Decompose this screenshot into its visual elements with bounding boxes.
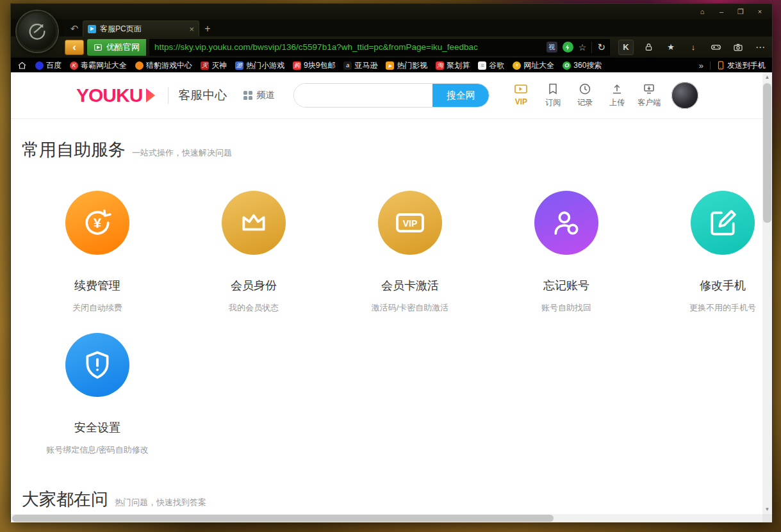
bookmark-label: 聚划算 — [447, 60, 470, 71]
speed-mode-icon[interactable] — [563, 42, 573, 52]
address-bar: ‹ 优酷官网 https://sky.vip.youku.com/bwsvip/… — [11, 36, 772, 58]
bookmark-item[interactable]: 游热门小游戏 — [235, 60, 284, 71]
service-card-change-phone[interactable]: 修改手机 更换不用的手机号 — [645, 191, 762, 314]
horizontal-scrollbar-thumb[interactable] — [12, 515, 554, 522]
bookmark-item[interactable]: 灭灭神 — [201, 60, 227, 71]
games-favicon: 游 — [235, 61, 243, 70]
tab-close-icon[interactable]: × — [189, 24, 194, 34]
bookmark-item[interactable]: K毒霸网址大全 — [70, 60, 127, 71]
lock-icon[interactable] — [641, 40, 656, 55]
juhuasuan-favicon: 淘 — [436, 61, 444, 70]
scroll-down-icon[interactable]: ▼ — [762, 504, 772, 514]
page-viewport: YOUKU 客服中心 频道 搜全网 — [11, 72, 772, 522]
download-icon[interactable]: ↓ — [686, 40, 701, 55]
bookmark-label: 热门小游戏 — [246, 60, 284, 71]
service-title: 安全设置 — [19, 420, 176, 435]
url-field[interactable]: https://sky.vip.youku.com/bwsvip/136/c55… — [149, 39, 610, 56]
search-input[interactable] — [294, 84, 432, 107]
renewal-yen-icon: ¥ — [65, 191, 129, 255]
bookmark-label: 百度 — [46, 60, 62, 71]
service-cards-row-1: ¥ 续费管理 关闭自动续费 会员身份 我的会员状态 — [19, 191, 762, 314]
bookmark-item[interactable]: 百度 — [35, 60, 62, 71]
service-card-security[interactable]: 安全设置 账号绑定信息/密码自助修改 — [19, 333, 176, 456]
youku-logo[interactable]: YOUKU — [76, 85, 158, 106]
channel-button[interactable]: 频道 — [243, 90, 274, 101]
search-button[interactable]: 搜全网 — [432, 84, 489, 107]
bookmarks-overflow-icon[interactable]: » — [699, 61, 703, 70]
nav-label: 上传 — [609, 97, 625, 108]
bookmark-item[interactable]: 购9块9包邮 — [293, 60, 335, 71]
bookmark-item[interactable]: +网址大全 — [513, 60, 554, 71]
k-extension-icon[interactable]: K — [618, 40, 634, 55]
vertical-scrollbar[interactable]: ▲ ▼ — [762, 72, 772, 514]
bookmark-item[interactable]: 淘聚划算 — [436, 60, 470, 71]
scrollbar-corner — [762, 514, 772, 522]
service-desc: 关闭自动续费 — [19, 302, 176, 314]
add-favorite-icon[interactable]: ☆ — [579, 42, 587, 52]
more-tools-icon[interactable]: ⋯ — [753, 40, 768, 55]
browser-window: ⌂ – ❐ × ↶ 客服PC页面 × + ‹ 优酷官网 https://sky.… — [10, 3, 773, 522]
section-title: 大家都在问 — [22, 488, 108, 511]
minimize-button[interactable]: – — [713, 6, 730, 17]
maximize-button[interactable]: ❐ — [732, 6, 749, 17]
favorites-star-icon[interactable]: ★ — [663, 40, 678, 55]
bookmark-label: 热门影视 — [397, 60, 427, 71]
reader-mode-icon[interactable]: 视 — [547, 42, 557, 52]
service-title: 修改手机 — [645, 278, 762, 293]
bookmark-item[interactable]: O360搜索 — [563, 60, 602, 71]
service-title: 会员身份 — [176, 278, 332, 293]
nav-vip[interactable]: VIP — [509, 83, 533, 108]
extension-buttons: K ★ ↓ ⋯ — [613, 40, 768, 55]
scroll-up-icon[interactable]: ▲ — [762, 72, 772, 82]
service-desc: 我的会员状态 — [176, 302, 332, 314]
browser-tab[interactable]: 客服PC页面 × — [83, 20, 199, 36]
mieshen-favicon: 灭 — [201, 61, 209, 70]
bookmark-item[interactable]: 猎豹游戏中心 — [135, 60, 192, 71]
back-button[interactable]: ‹ — [65, 40, 84, 55]
gamepad-icon[interactable] — [708, 40, 723, 55]
tab-favicon — [88, 25, 96, 33]
site-official-button[interactable]: 优酷官网 — [87, 39, 146, 56]
service-card-renewal[interactable]: ¥ 续费管理 关闭自动续费 — [19, 191, 176, 314]
vertical-scrollbar-thumb[interactable] — [763, 83, 771, 223]
nav-subscribe[interactable]: 订阅 — [541, 83, 565, 108]
amazon-favicon: a — [343, 61, 352, 70]
page-title: 客服中心 — [168, 87, 227, 104]
service-desc: 账号自助找回 — [488, 302, 645, 314]
channel-grid-icon — [243, 91, 252, 100]
tab-title: 客服PC页面 — [100, 24, 185, 35]
service-card-forgot-account[interactable]: 忘记账号 账号自助找回 — [488, 191, 645, 314]
new-tab-button[interactable]: + — [199, 20, 216, 36]
bookmarks-bar: 百度 K毒霸网址大全 猎豹游戏中心 灭灭神 游热门小游戏 购9块9包邮 a亚马逊… — [11, 58, 772, 72]
service-card-membership[interactable]: 会员身份 我的会员状态 — [176, 191, 332, 314]
send-to-phone-label: 发送到手机 — [727, 60, 766, 71]
crown-icon — [222, 191, 286, 255]
service-card-vip-card[interactable]: VIP 会员卡激活 激活码/卡密自助激活 — [332, 191, 488, 314]
browser-logo-icon[interactable] — [17, 11, 58, 52]
send-to-phone-button[interactable]: 发送到手机 — [717, 60, 766, 71]
user-avatar[interactable] — [671, 82, 698, 109]
nav-client[interactable]: 客户端 — [637, 83, 661, 108]
home-icon[interactable] — [17, 61, 27, 70]
bookmark-label: 9块9包邮 — [304, 60, 335, 71]
tab-bar: ↶ 客服PC页面 × + — [11, 19, 772, 36]
nav-history[interactable]: 记录 — [573, 83, 597, 108]
skin-button[interactable]: ⌂ — [694, 6, 711, 17]
close-button[interactable]: × — [752, 6, 768, 17]
refresh-icon[interactable]: ↻ — [591, 42, 605, 53]
service-cards-row-2: 安全设置 账号绑定信息/密码自助修改 — [19, 333, 762, 456]
screenshot-camera-icon[interactable] — [730, 40, 746, 55]
bookmark-label: 谷歌 — [489, 60, 504, 71]
bookmark-item[interactable]: a亚马逊 — [343, 60, 377, 71]
bookmark-item[interactable]: ≡谷歌 — [478, 60, 504, 71]
shopping-favicon: 购 — [293, 61, 301, 70]
section-subtitle: 热门问题，快速找到答案 — [115, 497, 206, 508]
nav-label: 客户端 — [637, 97, 661, 108]
youku-play-icon — [144, 87, 158, 104]
horizontal-scrollbar[interactable] — [11, 514, 762, 522]
bookmark-item[interactable]: ▶热门影视 — [386, 60, 427, 71]
bookmark-label: 毒霸网址大全 — [81, 60, 127, 71]
restore-tab-icon[interactable]: ↶ — [66, 20, 83, 36]
nav-upload[interactable]: 上传 — [605, 83, 629, 108]
youku-header: YOUKU 客服中心 频道 搜全网 — [11, 72, 762, 119]
